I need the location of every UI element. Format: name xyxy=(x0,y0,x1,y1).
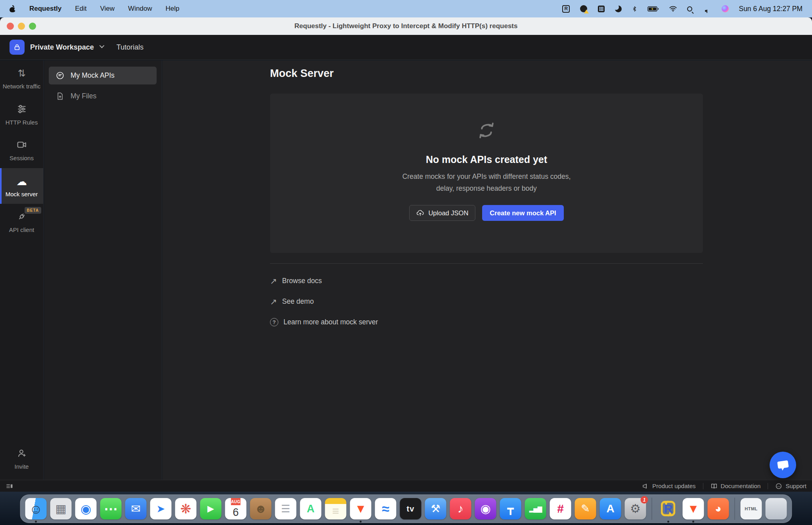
chat-fab-button[interactable] xyxy=(770,452,796,478)
upload-json-button[interactable]: Upload JSON xyxy=(409,205,475,221)
dock-item-brave-2[interactable]: ▼ xyxy=(683,498,704,519)
dock-item-launchpad[interactable]: ▦ xyxy=(50,498,72,519)
speech-bubble-icon xyxy=(775,457,791,473)
see-demo-link[interactable]: ↗ See demo xyxy=(270,295,378,308)
dock-item-safari[interactable]: ◉ xyxy=(75,498,97,519)
collapse-sidebar-icon[interactable] xyxy=(6,482,13,490)
do-not-disturb-moon-icon[interactable] xyxy=(615,6,622,12)
dock-item-calendar[interactable]: AUG 6 xyxy=(225,498,247,519)
requestly-status-icon[interactable]: R xyxy=(562,5,570,13)
dock-item-mail[interactable]: ✉ xyxy=(125,498,147,519)
beta-badge: BETA xyxy=(25,207,41,214)
menu-help[interactable]: Help xyxy=(166,5,180,13)
messages-icon: … xyxy=(100,498,122,519)
apple-menu-icon[interactable] xyxy=(10,5,16,13)
primary-sidebar: ⇅ Network traffic HTTP Rules Sessions ☁ … xyxy=(0,60,44,480)
dock-item-notes[interactable]: ≡ xyxy=(325,498,347,519)
window-titlebar: Requestly - Lightweight Proxy to Interce… xyxy=(0,17,812,35)
tutorials-link[interactable]: Tutorials xyxy=(117,43,144,52)
sessions-video-icon xyxy=(2,139,42,151)
dock-item-apple-tv[interactable]: tv xyxy=(400,498,421,519)
support-button[interactable]: Support xyxy=(775,483,806,490)
spotlight-icon[interactable] xyxy=(687,4,692,13)
dock-item-reminders[interactable]: ☰ xyxy=(275,498,297,519)
workspace-selector[interactable]: Private Workspace xyxy=(30,43,94,52)
dock-item-freeform[interactable]: ≈ xyxy=(375,498,396,519)
footer-item-label: Documentation xyxy=(721,483,761,489)
empty-state-title: No mock APIs created yet xyxy=(426,154,547,165)
sidebar-item-invite[interactable]: Invite xyxy=(0,441,43,480)
battery-charging-icon[interactable] xyxy=(647,4,659,13)
close-window-button[interactable] xyxy=(7,23,14,30)
dock-item-contacts[interactable]: ☻ xyxy=(250,498,272,519)
dock-item-music[interactable]: ♪ xyxy=(450,498,471,519)
app-footer: Product updates Documentation Support xyxy=(0,480,812,492)
sidebar-item-api-client[interactable]: BETA API client xyxy=(0,204,43,240)
zoom-window-button[interactable] xyxy=(29,23,36,30)
dock-item-pages[interactable]: ✎ xyxy=(575,498,596,519)
external-link-icon: ↗ xyxy=(270,297,277,307)
menu-edit[interactable]: Edit xyxy=(75,5,86,13)
dock-item-android-studio[interactable]: A xyxy=(300,498,322,519)
dock-item-numbers[interactable]: ▂▅▇ xyxy=(525,498,546,519)
menu-window[interactable]: Window xyxy=(128,5,152,13)
dock-item-slack[interactable]: # xyxy=(550,498,571,519)
sidebar-item-label: Sessions xyxy=(10,155,34,161)
siri-icon[interactable] xyxy=(722,5,729,12)
sidebar-item-label: Network traffic xyxy=(3,83,41,90)
sidebar-item-mock-server[interactable]: ☁ Mock server xyxy=(0,168,43,204)
calendar-icon: AUG 6 xyxy=(225,498,247,519)
dock-item-podcasts[interactable]: ◉ xyxy=(475,498,496,519)
notification-badge: 1 xyxy=(641,496,648,504)
upload-cloud-icon xyxy=(416,209,424,217)
dock-item-system-settings[interactable]: 1 ⚙ xyxy=(625,498,646,519)
dock-item-keynote[interactable]: ┳ xyxy=(500,498,521,519)
wifi-icon[interactable] xyxy=(669,4,677,13)
dock-item-xcode[interactable]: ⚒ xyxy=(425,498,446,519)
dock-divider xyxy=(652,498,652,520)
cloud-icon: ☁ xyxy=(2,175,42,187)
dock-item-finder[interactable]: ☺ xyxy=(25,498,47,519)
minimize-window-button[interactable] xyxy=(18,23,25,30)
android-studio-icon: A xyxy=(300,498,322,519)
chevron-down-icon[interactable] xyxy=(99,43,104,48)
dock-item-photos[interactable]: ❋ xyxy=(175,498,197,519)
running-indicator xyxy=(360,521,362,523)
facetime-icon: ▶ xyxy=(200,498,222,519)
create-mock-api-button[interactable]: Create new mock API xyxy=(482,205,563,221)
control-center-icon[interactable] xyxy=(702,5,712,13)
subnav-item-my-files[interactable]: My Files xyxy=(49,87,157,105)
menubar-app-name[interactable]: Requestly xyxy=(29,5,61,13)
product-updates-button[interactable]: Product updates xyxy=(642,483,695,490)
dock-item-facetime[interactable]: ▶ xyxy=(200,498,222,519)
network-traffic-icon: ⇅ xyxy=(2,67,42,79)
podcasts-icon: ◉ xyxy=(475,498,496,519)
learn-more-link[interactable]: ? Learn more about mock server xyxy=(270,316,378,329)
dock-item-html-file[interactable]: HTML xyxy=(741,498,762,519)
subnav-item-my-mock-apis[interactable]: My Mock APIs xyxy=(49,67,157,84)
sidebar-item-network-traffic[interactable]: ⇅ Network traffic xyxy=(0,60,43,96)
empty-state-description: Create mocks for your APIs with differen… xyxy=(402,171,571,194)
dock-item-trash[interactable] xyxy=(766,498,787,519)
documentation-button[interactable]: Documentation xyxy=(710,483,761,490)
dock-item-requestly[interactable]: R xyxy=(658,498,679,519)
menubar-clock[interactable]: Sun 6 Aug 12:27 PM xyxy=(739,5,802,13)
dock-item-app-store[interactable]: A xyxy=(600,498,621,519)
bluetooth-icon[interactable] xyxy=(632,4,638,13)
postman-icon: ◕ xyxy=(708,498,729,519)
window-manager-icon[interactable] xyxy=(598,4,605,13)
dock-item-messages[interactable]: … xyxy=(100,498,122,519)
dock-item-brave[interactable]: ▼ xyxy=(350,498,372,519)
dock-item-postman[interactable]: ◕ xyxy=(708,498,729,519)
mail-icon: ✉ xyxy=(125,498,147,519)
app-warning-icon[interactable] xyxy=(580,5,588,13)
sidebar-item-sessions[interactable]: Sessions xyxy=(0,132,43,168)
menu-view[interactable]: View xyxy=(100,5,115,13)
browse-docs-link[interactable]: ↗ Browse docs xyxy=(270,274,378,287)
workspace-lock-icon[interactable] xyxy=(10,40,25,55)
subnav-item-label: My Files xyxy=(71,92,96,100)
description-line-2: delay, response headers or body xyxy=(402,182,571,194)
sidebar-item-http-rules[interactable]: HTTP Rules xyxy=(0,96,43,132)
dock-item-maps[interactable]: ➤ xyxy=(150,498,172,519)
maps-icon: ➤ xyxy=(150,498,172,519)
